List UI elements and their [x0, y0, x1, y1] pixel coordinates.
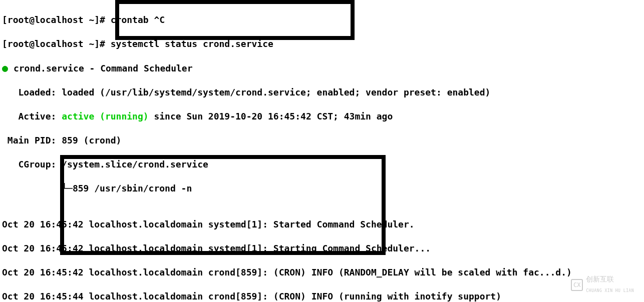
- terminal-line: Oct 20 16:45:42 localhost.localdomain sy…: [2, 218, 642, 230]
- prompt: [root@localhost ~]#: [2, 38, 111, 49]
- watermark-logo-icon: CX: [571, 279, 583, 291]
- terminal-line: [root@localhost ~]# crontab ^C: [2, 14, 642, 26]
- terminal-line: └─859 /usr/sbin/crond -n: [2, 182, 642, 194]
- terminal-line: Oct 20 16:45:42 localhost.localdomain sy…: [2, 242, 642, 254]
- terminal-line: CGroup: /system.slice/crond.service: [2, 158, 642, 170]
- terminal-line: Loaded: loaded (/usr/lib/systemd/system/…: [2, 86, 642, 98]
- terminal-line: ● crond.service - Command Scheduler: [2, 62, 642, 74]
- terminal-line: Oct 20 16:45:44 localhost.localdomain cr…: [2, 290, 642, 302]
- watermark-text: 创新互联 CHUANG XIN HU LIAN: [586, 273, 634, 297]
- terminal-output[interactable]: [root@localhost ~]# crontab ^C [root@loc…: [0, 0, 644, 302]
- active-label: Active:: [2, 111, 62, 122]
- status-dot-icon: ●: [2, 62, 8, 74]
- watermark: CX 创新互联 CHUANG XIN HU LIAN: [571, 273, 634, 297]
- active-time: since Sun 2019-10-20 16:45:42 CST; 43min…: [149, 111, 393, 122]
- prompt: [root@localhost ~]#: [2, 14, 111, 25]
- terminal-line: Active: active (running) since Sun 2019-…: [2, 110, 642, 122]
- terminal-line: [root@localhost ~]# systemctl status cro…: [2, 38, 642, 50]
- command-text: systemctl status crond.service: [111, 38, 273, 49]
- command-text: crontab ^C: [111, 14, 165, 25]
- terminal-line: Main PID: 859 (crond): [2, 134, 642, 146]
- active-status: active (running): [62, 111, 148, 122]
- service-name: crond.service - Command Scheduler: [8, 63, 192, 74]
- terminal-line: Oct 20 16:45:42 localhost.localdomain cr…: [2, 266, 642, 278]
